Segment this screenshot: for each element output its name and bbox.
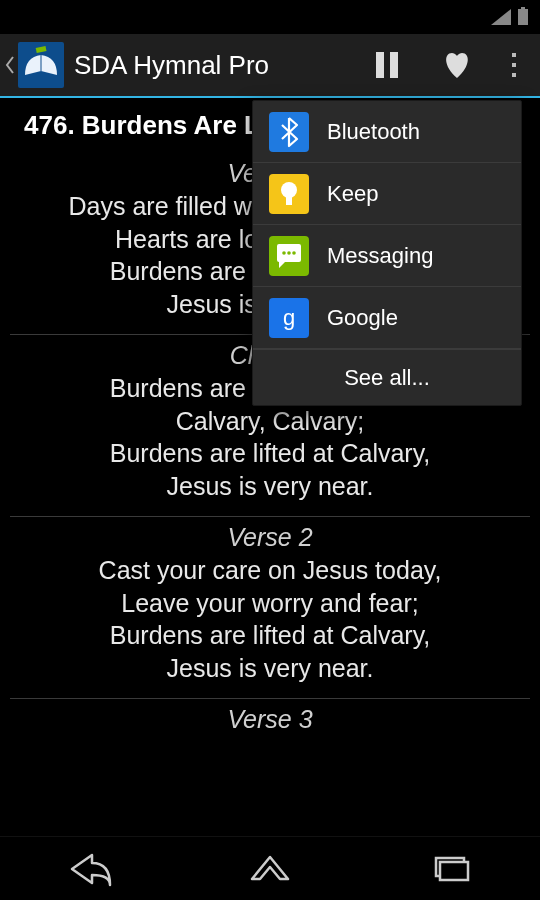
- overflow-icon: [510, 51, 518, 79]
- action-bar: SDA Hymnal Pro: [0, 34, 540, 98]
- nav-back-button[interactable]: [30, 845, 150, 893]
- svg-text:g: g: [283, 305, 295, 330]
- app-title: SDA Hymnal Pro: [74, 50, 269, 81]
- signal-icon: [490, 8, 512, 26]
- pause-icon: [374, 50, 400, 80]
- svg-rect-4: [390, 52, 398, 78]
- lyric-line: Leave your worry and fear;: [12, 587, 528, 620]
- svg-rect-3: [376, 52, 384, 78]
- svg-rect-1: [521, 7, 525, 9]
- up-button[interactable]: SDA Hymnal Pro: [0, 34, 269, 96]
- svg-rect-5: [512, 53, 516, 57]
- svg-point-10: [281, 182, 297, 198]
- svg-rect-11: [286, 197, 292, 205]
- section-label: Verse 2: [0, 517, 540, 552]
- back-chevron-icon: [4, 55, 16, 75]
- battery-icon: [516, 7, 530, 27]
- see-all-label: See all...: [344, 365, 430, 391]
- lyric-line: Burdens are lifted at Calvary,: [12, 619, 528, 652]
- bluetooth-icon: [269, 112, 309, 152]
- share-item-label: Keep: [327, 181, 378, 207]
- lyric-line: Burdens are lifted at Calvary,: [12, 437, 528, 470]
- app-logo-icon: [18, 42, 64, 88]
- google-icon: g: [269, 298, 309, 338]
- share-item-bluetooth[interactable]: Bluetooth: [253, 101, 521, 163]
- lyric-line: Cast your care on Jesus today,: [12, 554, 528, 587]
- heart-icon: [441, 50, 473, 80]
- status-bar: [0, 0, 540, 34]
- section-label: Verse 3: [0, 699, 540, 734]
- nav-home-icon: [248, 851, 292, 887]
- lyric-line: Jesus is very near.: [12, 470, 528, 503]
- favorite-button[interactable]: [422, 33, 492, 97]
- svg-rect-6: [512, 63, 516, 67]
- svg-rect-19: [440, 862, 468, 880]
- nav-recents-icon: [428, 852, 472, 886]
- share-item-messaging[interactable]: Messaging: [253, 225, 521, 287]
- share-item-label: Bluetooth: [327, 119, 420, 145]
- svg-rect-7: [512, 73, 516, 77]
- system-nav-bar: [0, 836, 540, 900]
- svg-point-13: [282, 251, 286, 255]
- lyric-line: Jesus is very near.: [12, 652, 528, 685]
- nav-home-button[interactable]: [210, 845, 330, 893]
- lyric-line: Calvary, Calvary;: [12, 405, 528, 438]
- overflow-button[interactable]: [492, 33, 536, 97]
- lyrics-block: Cast your care on Jesus today, Leave you…: [0, 552, 540, 698]
- share-see-all[interactable]: See all...: [253, 349, 521, 405]
- svg-point-14: [287, 251, 291, 255]
- nav-recents-button[interactable]: [390, 845, 510, 893]
- svg-point-15: [292, 251, 296, 255]
- svg-rect-2: [36, 46, 47, 53]
- nav-back-icon: [66, 851, 114, 887]
- share-item-label: Messaging: [327, 243, 433, 269]
- svg-rect-0: [518, 9, 528, 25]
- share-menu: Bluetooth Keep Messaging g Google See al…: [252, 100, 522, 406]
- pause-button[interactable]: [352, 33, 422, 97]
- share-item-label: Google: [327, 305, 398, 331]
- keep-icon: [269, 174, 309, 214]
- share-item-keep[interactable]: Keep: [253, 163, 521, 225]
- messaging-icon: [269, 236, 309, 276]
- share-item-google[interactable]: g Google: [253, 287, 521, 349]
